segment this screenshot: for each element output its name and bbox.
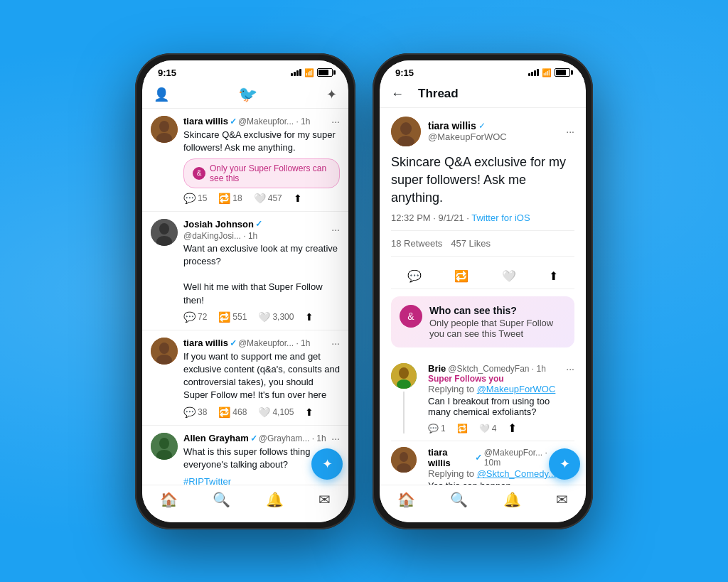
thread-handle: @MakeupForWOC [428, 131, 507, 142]
compose-fab-1[interactable]: ✦ [311, 448, 343, 480]
nav-notifications-2[interactable]: 🔔 [503, 491, 521, 508]
reply-1-retweet[interactable]: 🔁 [457, 421, 468, 435]
share-icon-3[interactable]: ⬆ [305, 406, 314, 418]
avatar-tiara-reply[interactable] [391, 447, 417, 473]
tweet-1-text: Skincare Q&A exclusive for my super foll… [183, 129, 340, 154]
bottom-nav-2: 🏠 🔍 🔔 ✉ [380, 485, 586, 522]
more-btn-3[interactable]: ··· [331, 338, 340, 349]
tweet-2-actions: 💬 72 🔁 551 🤍 3,300 ⬆ [183, 311, 340, 323]
who-can-see-title: Who can see this? [429, 305, 566, 316]
compose-icon-2: ✦ [560, 456, 570, 472]
tweet-2: Josiah Johnson ✓ @daKingJosi... · 1h ···… [142, 212, 348, 330]
reply-1-more[interactable]: ··· [566, 363, 574, 374]
thread-tweet-header: tiara willis ✓ @MakeupForWOC ··· [391, 117, 574, 146]
thread-comment-icon[interactable]: 💬 [407, 269, 422, 283]
profile-icon-1[interactable]: 👤 [154, 87, 169, 102]
verified-badge-2: ✓ [255, 219, 262, 229]
thread-avatar-tiara[interactable] [391, 117, 421, 146]
compose-fab-2[interactable]: ✦ [549, 448, 580, 480]
reply-1-author: Brie @Sktch_ComedyFan · 1h [428, 363, 555, 374]
status-bar-2: 9:15 📶 [380, 60, 586, 81]
more-btn-1[interactable]: ··· [331, 116, 340, 127]
reply-1-retweet-icon: 🔁 [457, 424, 468, 433]
tweet-3-actions: 💬 38 🔁 468 🤍 4,105 ⬆ [183, 406, 340, 418]
nav-home-1[interactable]: 🏠 [160, 491, 178, 508]
thread-share-icon[interactable]: ⬆ [549, 269, 558, 283]
thread-heart-icon[interactable]: 🤍 [502, 269, 516, 283]
thread-retweet-icon[interactable]: 🔁 [454, 269, 469, 283]
super-follows-badge: Super Follows you [428, 374, 555, 384]
share-icon-1[interactable]: ⬆ [294, 193, 302, 204]
nav-search-1[interactable]: 🔍 [213, 491, 230, 508]
comment-icon-2: 💬 [183, 311, 196, 323]
reply-1-comment[interactable]: 💬 1 [428, 421, 446, 435]
phone-feed: 9:15 📶 👤 🐦 ✦ [135, 53, 355, 529]
verified-badge-1: ✓ [230, 117, 237, 126]
thread-meta: 12:32 PM · 9/1/21 · Twitter for iOS [391, 212, 574, 223]
compose-icon-1: ✦ [322, 456, 333, 472]
super-follow-badge-1: & Only your Super Followers can see this [183, 158, 340, 188]
status-time-2: 9:15 [395, 68, 414, 78]
like-btn-2[interactable]: 🤍 3,300 [258, 311, 294, 323]
thread-more-btn[interactable]: ··· [566, 126, 574, 137]
thread-author-name: tiara willis [428, 120, 476, 131]
reply-1: Brie @Sktch_ComedyFan · 1h Super Follows… [391, 357, 574, 441]
svg-point-4 [159, 223, 169, 235]
retweet-btn-2[interactable]: 🔁 551 [218, 311, 247, 323]
tweet-feed: tiara willis ✓ @Makeupfor... · 1h ··· Sk… [142, 109, 348, 485]
back-button[interactable]: ← [391, 87, 404, 102]
more-btn-2[interactable]: ··· [331, 224, 340, 235]
avatar-allen[interactable] [151, 433, 178, 460]
source-link[interactable]: Twitter for iOS [471, 212, 530, 223]
retweet-icon-3: 🔁 [218, 406, 230, 418]
like-btn-3[interactable]: 🤍 4,105 [258, 406, 294, 418]
tweet-1: tiara willis ✓ @Makeupfor... · 1h ··· Sk… [142, 109, 348, 212]
comment-btn-3[interactable]: 💬 38 [183, 406, 207, 418]
thread-stats: 18 Retweets 457 Likes [391, 230, 574, 257]
heart-icon-1: 🤍 [254, 193, 266, 204]
comment-btn-2[interactable]: 💬 72 [183, 311, 207, 323]
tweet-1-author: tiara willis ✓ @Makeupfor... · 1h [183, 116, 310, 126]
more-btn-4[interactable]: ··· [331, 433, 340, 444]
thread-tweet-text: Skincare Q&A exclusive for my super foll… [391, 153, 574, 208]
who-can-see-box: & Who can see this? Only people that Sup… [391, 296, 574, 347]
avatar-josiah[interactable] [151, 219, 178, 246]
status-time-1: 9:15 [158, 68, 176, 78]
reply-1-actions: 💬 1 🔁 🤍 4 ⬆ [428, 421, 574, 435]
reply-1-like[interactable]: 🤍 4 [479, 421, 497, 435]
share-icon-2[interactable]: ⬆ [305, 311, 314, 323]
sf-icon-1: & [193, 167, 205, 180]
nav-home-2[interactable]: 🏠 [397, 491, 415, 508]
likes-stat: 457 Likes [451, 238, 491, 249]
thread-author-info: tiara willis ✓ @MakeupForWOC [391, 117, 507, 146]
nav-notifications-1[interactable]: 🔔 [266, 491, 284, 508]
retweet-btn-3[interactable]: 🔁 468 [218, 406, 247, 418]
tweet-3-content: tiara willis ✓ @Makeupfor... · 1h ··· If… [183, 338, 340, 418]
nav-search-2[interactable]: 🔍 [450, 491, 468, 508]
sparkle-icon-1[interactable]: ✦ [326, 87, 337, 102]
like-btn-1[interactable]: 🤍 457 [254, 193, 282, 204]
signal-icon-1 [291, 69, 301, 76]
tweet-4-hashtag: #RIPTwitter [183, 475, 340, 485]
battery-icon-1 [317, 68, 333, 77]
avatar-tiara-1[interactable] [151, 116, 178, 143]
retweet-btn-1[interactable]: 🔁 18 [218, 193, 242, 204]
thread-actions: 💬 🔁 🤍 ⬆ [391, 264, 574, 289]
reply-1-heart-icon: 🤍 [479, 424, 490, 433]
status-bar-1: 9:15 📶 [142, 60, 348, 81]
nav-messages-1[interactable]: ✉ [318, 491, 331, 508]
verified-badge-4: ✓ [250, 433, 257, 443]
comment-btn-1[interactable]: 💬 15 [183, 193, 207, 204]
retweet-icon-2: 🔁 [218, 311, 230, 323]
tweet-3: tiara willis ✓ @Makeupfor... · 1h ··· If… [142, 330, 348, 426]
tweet-3-author: tiara willis ✓ @Makeupfor... · 1h [183, 338, 310, 348]
nav-messages-2[interactable]: ✉ [556, 491, 568, 508]
avatar-brie[interactable] [391, 363, 417, 389]
tweet-1-actions: 💬 15 🔁 18 🤍 457 ⬆ [183, 193, 340, 204]
reply-1-comment-icon: 💬 [428, 424, 439, 433]
avatar-tiara-3[interactable] [151, 338, 178, 365]
thread-verified: ✓ [478, 121, 486, 131]
reply-1-share-icon[interactable]: ⬆ [508, 421, 517, 435]
svg-point-7 [159, 343, 169, 354]
tweet-4-author: Allen Grayham ✓ @Grayham... · 1h [183, 433, 326, 443]
